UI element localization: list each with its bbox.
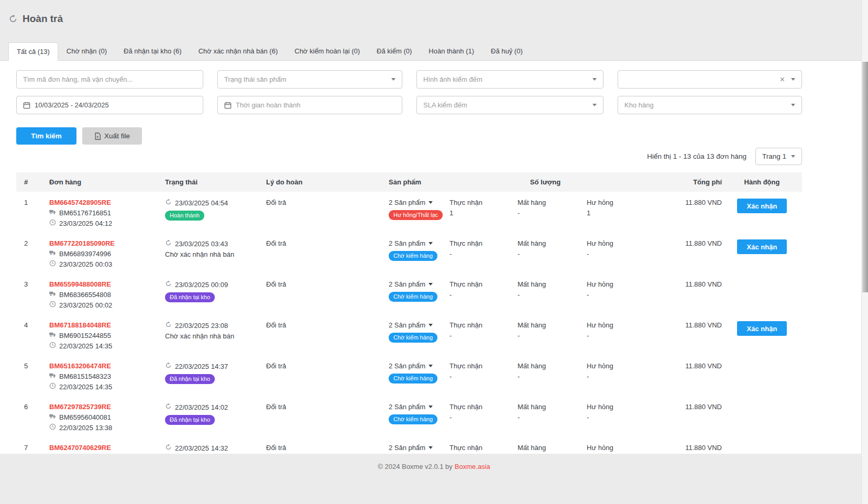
order-code-link[interactable]: BM67297825739RE (49, 403, 111, 411)
tab-item[interactable]: Đã nhận tại kho (6) (115, 42, 190, 60)
refresh-icon (165, 239, 172, 248)
refresh-icon (165, 280, 172, 289)
order-code-link[interactable]: BM67188184048RE (49, 321, 111, 329)
product-cell: 2 Sản phẩmChờ kiểm hàng (389, 321, 449, 343)
qty-damaged-label: Hư hỏng (587, 199, 681, 206)
chevron-down-icon (428, 406, 433, 408)
product-status-badge: Chờ kiểm hàng (389, 333, 437, 343)
product-count-label: 2 Sản phẩm (389, 321, 425, 329)
qty-damaged-value: - (587, 413, 681, 421)
qty-lost-label: Mất hàng (518, 362, 587, 370)
status-time: 22/03/2025 14:37 (175, 363, 228, 370)
status-cell: 23/03/2025 04:54Hoàn thành (165, 199, 266, 221)
qty-damaged-value: - (587, 332, 681, 339)
product-count-dropdown[interactable]: 2 Sản phẩm (389, 280, 433, 288)
qty-received-label: Thực nhận (449, 403, 518, 411)
chevron-down-icon (428, 365, 433, 367)
truck-icon (49, 372, 56, 380)
table-row: 4BM67188184048REBM6901524485522/03/2025 … (16, 314, 802, 355)
refresh-icon (165, 199, 172, 207)
page-selector[interactable]: Trang 1 (755, 148, 802, 165)
product-count-dropdown[interactable]: 2 Sản phẩm (389, 239, 433, 247)
chevron-down-icon (428, 283, 433, 286)
tracking-line: BM65176716851 (49, 209, 165, 217)
truck-icon (49, 331, 56, 339)
order-cell: BM65163206474REBM6815154832322/03/2025 1… (49, 362, 165, 391)
search-input-box[interactable] (16, 70, 203, 89)
product-status-select[interactable]: Trạng thái sản phẩm (217, 70, 402, 89)
tally-image-select[interactable]: Hình ảnh kiểm đếm (416, 70, 603, 89)
product-status-badge: Hư hỏng/Thất lạc (389, 210, 443, 220)
qty-received-value: - (449, 250, 518, 258)
copyright-text: © 2024 Boxme v2.0.1 by (378, 463, 453, 470)
table-row: 2BM677220185090REBM6689397499623/03/2025… (16, 233, 802, 273)
sla-select[interactable]: SLA kiểm đếm (416, 96, 603, 114)
product-count-dropdown[interactable]: 2 Sản phẩm (389, 444, 433, 452)
tracking-code: BM68366554808 (59, 291, 111, 299)
order-code-link[interactable]: BM62470740629RE (49, 444, 111, 452)
order-code-link[interactable]: BM65599488008RE (49, 280, 111, 288)
tab-item[interactable]: Chờ xác nhận nhà bán (6) (190, 42, 287, 60)
return-reason: Đổi trả (266, 403, 389, 411)
page-title: Hoàn trả (23, 13, 63, 25)
tab-item[interactable]: Chờ kiểm hoàn lại (0) (286, 42, 368, 60)
qty-lost-value: - (518, 372, 587, 380)
search-input[interactable] (23, 75, 196, 83)
total-fee: 11.880 VND (681, 321, 722, 329)
order-code-link[interactable]: BM677220185090RE (49, 239, 115, 247)
product-count-dropdown[interactable]: 2 Sản phẩm (389, 362, 433, 370)
product-cell: 2 Sản phẩmChờ kiểm hàng (389, 362, 449, 384)
qty-received-value: - (449, 413, 518, 421)
search-button[interactable]: Tìm kiếm (16, 127, 76, 145)
chevron-down-icon (428, 324, 433, 326)
action-cell: Xác nhận (722, 321, 802, 336)
qty-lost-label: Mất hàng (518, 321, 587, 329)
excel-file-icon (94, 133, 101, 140)
tab-item[interactable]: Đã huỷ (0) (482, 42, 531, 60)
confirm-button[interactable]: Xác nhận (737, 321, 787, 336)
tab-item[interactable]: Tất cả (13) (8, 42, 58, 61)
export-button[interactable]: Xuất file (82, 127, 142, 145)
product-status-badge: Chờ kiểm hàng (389, 251, 437, 261)
qty-damaged-cell: Hư hỏng- (587, 321, 681, 339)
order-cell: BM677220185090REBM6689397499623/03/2025 … (49, 239, 165, 268)
qty-damaged-cell: Hư hỏng- (587, 403, 681, 421)
order-code-link[interactable]: BM66457428905RE (49, 199, 111, 206)
qty-damaged-label: Hư hỏng (587, 280, 681, 288)
tab-item[interactable]: Hoàn thành (1) (420, 42, 482, 60)
product-count-dropdown[interactable]: 2 Sản phẩm (389, 199, 433, 206)
product-count-dropdown[interactable]: 2 Sản phẩm (389, 403, 433, 411)
confirm-button[interactable]: Xác nhận (737, 199, 787, 213)
product-count-label: 2 Sản phẩm (389, 199, 425, 206)
page-header: Hoàn trả (0, 0, 868, 25)
extra-select[interactable]: × (618, 70, 802, 89)
tab-item[interactable]: Chờ nhận (0) (58, 42, 115, 60)
clear-icon[interactable]: × (780, 75, 785, 84)
qty-received-label: Thực nhận (449, 239, 518, 247)
tab-item[interactable]: Đã kiểm (0) (368, 42, 420, 60)
tracking-line: BM68151548323 (49, 372, 165, 380)
order-code-link[interactable]: BM65163206474RE (49, 362, 111, 370)
total-fee: 11.880 VND (681, 280, 722, 288)
confirm-button[interactable]: Xác nhận (737, 239, 787, 254)
qty-received-value: - (449, 372, 518, 380)
brand-link[interactable]: Boxme.asia (455, 463, 490, 470)
page-selector-label: Trang 1 (762, 152, 786, 160)
warehouse-select[interactable]: Kho hàng (618, 96, 802, 114)
status-time-line: 22/03/2025 23:08 (165, 321, 266, 330)
product-count-dropdown[interactable]: 2 Sản phẩm (389, 321, 433, 329)
complete-time-picker[interactable]: Thời gian hoàn thành (217, 96, 402, 114)
qty-damaged-value: - (587, 250, 681, 258)
status-badge: Đã nhận tại kho (165, 292, 215, 302)
total-fee: 11.880 VND (681, 444, 722, 452)
qty-received-label: Thực nhận (449, 280, 518, 288)
tracking-code: BM65956040081 (59, 413, 111, 421)
page-footer: © 2024 Boxme v2.0.1 by Boxme.asia (0, 454, 868, 504)
scrollbar-thumb[interactable] (862, 62, 868, 292)
status-badge: Đã nhận tại kho (165, 415, 215, 425)
action-cell: Xác nhận (722, 199, 802, 213)
created-time-line: 22/03/2025 14:35 (49, 382, 165, 391)
qty-damaged-label: Hư hỏng (587, 444, 681, 452)
product-count-label: 2 Sản phẩm (389, 239, 425, 247)
date-range-picker[interactable]: 10/03/2025 - 24/03/2025 (16, 96, 203, 114)
